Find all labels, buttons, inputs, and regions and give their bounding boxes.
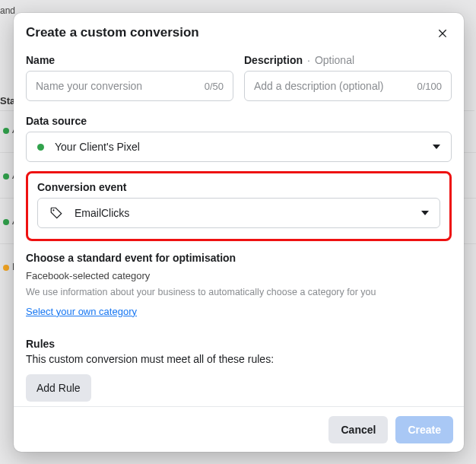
- name-input[interactable]: [36, 80, 198, 92]
- chevron-down-icon: [421, 211, 429, 215]
- modal-footer: Cancel Create: [14, 406, 464, 452]
- description-optional: Optional: [315, 54, 354, 66]
- conversion-event-highlight: Conversion event EmailClicks: [26, 171, 452, 241]
- conversion-event-label: Conversion event: [37, 181, 440, 193]
- description-counter: 0/100: [417, 81, 442, 92]
- data-source-select[interactable]: Your Client's Pixel: [26, 132, 452, 162]
- rules-description: This custom conversion must meet all of …: [26, 353, 452, 365]
- description-input-wrap: 0/100: [244, 71, 452, 101]
- svg-point-0: [52, 209, 54, 211]
- status-dot-icon: [37, 144, 44, 151]
- optimisation-subtitle: Facebook-selected category: [26, 270, 452, 281]
- data-source-value: Your Client's Pixel: [55, 141, 140, 153]
- chevron-down-icon: [433, 145, 440, 149]
- create-button[interactable]: Create: [395, 416, 453, 443]
- conversion-event-select[interactable]: EmailClicks: [37, 198, 440, 228]
- optimisation-help: We use information about your business t…: [26, 286, 452, 300]
- rules-title: Rules: [26, 338, 452, 350]
- name-counter: 0/50: [205, 81, 224, 92]
- close-icon: [436, 27, 449, 39]
- add-rule-button[interactable]: Add Rule: [26, 374, 91, 402]
- description-input[interactable]: [254, 80, 411, 92]
- select-category-link[interactable]: Select your own category: [26, 306, 137, 317]
- name-input-wrap: 0/50: [26, 71, 233, 101]
- name-label: Name: [26, 54, 233, 66]
- tag-icon: [49, 205, 64, 221]
- conversion-event-value: EmailClicks: [75, 207, 129, 219]
- close-button[interactable]: [433, 24, 452, 42]
- description-label: Description: [244, 54, 303, 66]
- optimisation-title: Choose a standard event for optimisation: [26, 252, 452, 264]
- data-source-label: Data source: [26, 115, 452, 127]
- modal-title: Create a custom conversion: [26, 25, 199, 40]
- cancel-button[interactable]: Cancel: [328, 416, 388, 443]
- custom-conversion-modal: Create a custom conversion Name 0/50 Des…: [14, 13, 464, 452]
